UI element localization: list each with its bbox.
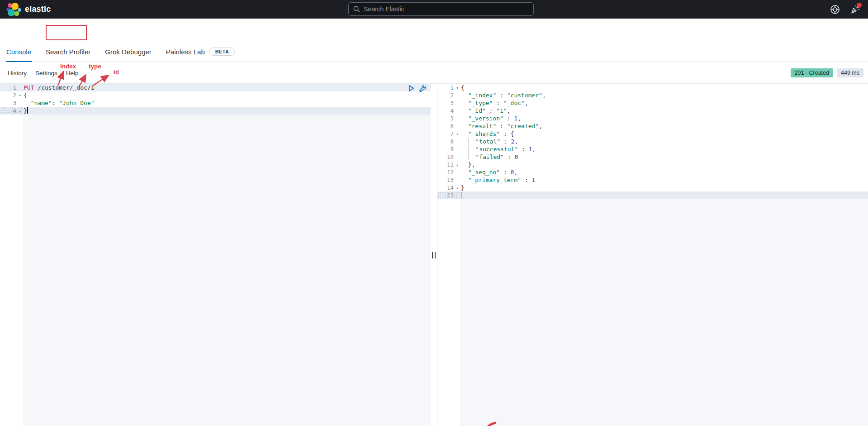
newsfeed-button[interactable]: [850, 5, 860, 14]
text-cursor: [461, 192, 462, 198]
annotation-label-id: id: [114, 68, 119, 75]
response-time-badge: 449 ms: [837, 68, 863, 77]
code-line[interactable]: 10 "failed" : 0: [437, 153, 868, 161]
send-request-icon[interactable]: [408, 85, 415, 92]
editor-empty-area[interactable]: [0, 115, 431, 426]
code-line[interactable]: 13 "_primary_term" : 1: [437, 176, 868, 184]
line-number: 10: [437, 153, 460, 161]
code-text[interactable]: "name": "John Doe": [23, 99, 431, 107]
line-number: 6: [437, 122, 460, 130]
fold-toggle-icon[interactable]: ▾: [16, 92, 21, 100]
global-search[interactable]: [348, 2, 534, 16]
console-menu-settings[interactable]: Settings: [35, 70, 57, 77]
console-workspace: 1PUT /customer/_doc/12▾{3 "name": "John …: [0, 84, 868, 426]
code-text[interactable]: {: [460, 84, 868, 91]
fold-toggle-icon[interactable]: ▾: [454, 130, 459, 138]
request-editor-pane[interactable]: 1PUT /customer/_doc/12▾{3 "name": "John …: [0, 84, 431, 426]
help-button[interactable]: [830, 5, 840, 14]
tab-label: Search Profiler: [46, 48, 90, 56]
line-number: 4▴: [0, 107, 23, 115]
app-header: D Dev Tools: [0, 19, 868, 41]
annotation-label-index: index: [60, 63, 76, 70]
code-line[interactable]: 4 "_id" : "1",: [437, 107, 868, 115]
code-text[interactable]: "_version" : 1,: [460, 115, 868, 122]
console-menu-help[interactable]: Help: [66, 70, 79, 77]
code-text[interactable]: "_primary_term" : 1: [460, 176, 868, 184]
response-empty-area: [437, 199, 868, 426]
code-text[interactable]: "result" : "created",: [460, 122, 868, 130]
kibana-dev-tools-page: elastic: [0, 0, 868, 426]
annotation-label-type: type: [89, 63, 101, 70]
code-line[interactable]: 12 "_seq_no" : 0,: [437, 168, 868, 176]
global-header: elastic: [0, 0, 868, 19]
line-number: 2▾: [0, 91, 23, 99]
line-number: 14▴: [437, 184, 460, 191]
tab-console[interactable]: Console: [6, 41, 31, 62]
line-number: 2: [437, 91, 460, 99]
code-text[interactable]: [460, 191, 868, 199]
code-line[interactable]: 1▾{: [437, 84, 868, 91]
code-line[interactable]: 4▴}: [0, 107, 431, 115]
line-number: 3: [437, 99, 460, 107]
line-number: 12: [437, 168, 460, 176]
life-ring-icon: [830, 5, 840, 14]
fold-toggle-icon[interactable]: ▴: [16, 107, 21, 115]
code-text[interactable]: "successful" : 1,: [460, 145, 868, 153]
tab-search-profiler[interactable]: Search Profiler: [46, 41, 90, 62]
code-line[interactable]: 15: [437, 191, 868, 199]
request-options-wrench-icon[interactable]: [418, 85, 426, 92]
line-number: 3: [0, 99, 23, 107]
code-line[interactable]: 6 "result" : "created",: [437, 122, 868, 130]
fold-toggle-icon[interactable]: ▴: [454, 184, 459, 192]
line-number: 13: [437, 176, 460, 184]
code-text[interactable]: }: [23, 107, 431, 115]
code-text[interactable]: "_id" : "1",: [460, 107, 868, 115]
code-text[interactable]: "_seq_no" : 0,: [460, 168, 868, 176]
beta-badge: BETA: [209, 48, 235, 56]
code-line[interactable]: 8 "total" : 2,: [437, 138, 868, 145]
elastic-logo-icon: [5, 1, 21, 18]
code-text[interactable]: {: [23, 91, 431, 99]
code-line[interactable]: 7▾ "_shards" : {: [437, 130, 868, 138]
code-text[interactable]: "_shards" : {: [460, 130, 868, 138]
search-input[interactable]: [364, 5, 529, 13]
code-text[interactable]: "_type" : "_doc",: [460, 99, 868, 107]
line-number: 1▾: [437, 84, 460, 91]
response-status-badge: 201 - Created: [791, 68, 833, 77]
line-number: 7▾: [437, 130, 460, 138]
tab-label: Painless Lab: [166, 48, 205, 56]
code-line[interactable]: 14▴}: [437, 184, 868, 191]
code-line[interactable]: 11▴ },: [437, 161, 868, 168]
code-line[interactable]: 9 "successful" : 1,: [437, 145, 868, 153]
tab-label: Grok Debugger: [105, 48, 152, 56]
tab-painless-lab[interactable]: Painless LabBETA: [166, 41, 235, 62]
tab-grok-debugger[interactable]: Grok Debugger: [105, 41, 152, 62]
line-number: 4: [437, 107, 460, 115]
code-text[interactable]: "failed" : 0: [460, 153, 868, 161]
code-line[interactable]: 1PUT /customer/_doc/1: [0, 84, 431, 91]
code-line[interactable]: 3 "_type" : "_doc",: [437, 99, 868, 107]
code-text[interactable]: "_index" : "customer",: [460, 91, 868, 99]
console-menubar: HistorySettingsHelp 201 - Created 449 ms: [0, 62, 868, 84]
line-number: 9: [437, 145, 460, 153]
code-line[interactable]: 2▾{: [0, 91, 431, 99]
code-text[interactable]: PUT /customer/_doc/1: [23, 84, 431, 91]
code-text[interactable]: },: [460, 161, 868, 168]
line-number: 11▴: [437, 161, 460, 168]
fold-toggle-icon[interactable]: ▾: [454, 84, 459, 92]
unread-news-dot: [857, 3, 862, 8]
fold-toggle-icon[interactable]: ▴: [454, 161, 459, 169]
elastic-brand[interactable]: elastic: [5, 1, 51, 18]
code-line[interactable]: 3 "name": "John Doe": [0, 99, 431, 107]
tab-label: Console: [6, 48, 31, 56]
code-line[interactable]: 2 "_index" : "customer",: [437, 91, 868, 99]
code-line[interactable]: 5 "_version" : 1,: [437, 115, 868, 122]
code-text[interactable]: }: [460, 184, 868, 191]
line-number: 8: [437, 138, 460, 145]
resize-handle-icon[interactable]: [432, 252, 436, 258]
line-number: 1: [0, 84, 23, 91]
console-menu-history[interactable]: History: [8, 70, 27, 77]
response-output-pane[interactable]: 1▾{2 "_index" : "customer",3 "_type" : "…: [437, 84, 868, 426]
pane-resizer[interactable]: [431, 84, 437, 426]
code-text[interactable]: "total" : 2,: [460, 138, 868, 145]
